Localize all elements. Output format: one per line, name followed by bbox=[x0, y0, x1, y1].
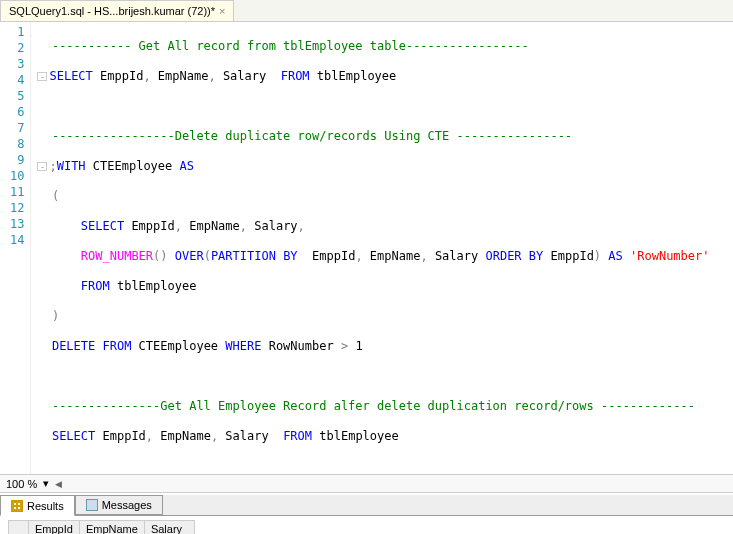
code-comment: ---------------Get All Employee Record a… bbox=[52, 399, 695, 413]
line-gutter: 1234567891011121314 bbox=[0, 22, 31, 474]
tab-results[interactable]: Results bbox=[0, 495, 75, 516]
result-tab-bar: Results Messages bbox=[0, 495, 733, 516]
sql-editor[interactable]: 1234567891011121314 ----------- Get All … bbox=[0, 22, 733, 474]
file-tab-bar: SQLQuery1.sql - HS...brijesh.kumar (72))… bbox=[0, 0, 733, 22]
tab-messages[interactable]: Messages bbox=[75, 495, 163, 515]
code-comment: ----------- Get All record from tblEmplo… bbox=[52, 39, 529, 53]
messages-icon bbox=[86, 499, 98, 511]
result-grid-1[interactable]: EmppId EmpName Salary 11ithubcity100 21i… bbox=[8, 520, 195, 534]
code-area[interactable]: ----------- Get All record from tblEmplo… bbox=[31, 22, 733, 474]
results-area: EmppId EmpName Salary 11ithubcity100 21i… bbox=[0, 516, 733, 534]
close-icon[interactable]: × bbox=[219, 5, 225, 17]
nav-left-icon[interactable]: ◀ bbox=[55, 479, 62, 489]
dropdown-icon[interactable]: ▾ bbox=[43, 477, 49, 490]
zoom-bar: 100 % ▾ ◀ bbox=[0, 474, 733, 493]
zoom-value: 100 % bbox=[6, 478, 37, 490]
grid-icon bbox=[11, 500, 23, 512]
fold-icon[interactable]: - bbox=[37, 162, 47, 171]
fold-icon[interactable]: - bbox=[37, 72, 47, 81]
file-tab[interactable]: SQLQuery1.sql - HS...brijesh.kumar (72))… bbox=[0, 0, 234, 21]
code-comment: -----------------Delete duplicate row/re… bbox=[52, 129, 572, 143]
table-header-row: EmppId EmpName Salary bbox=[9, 521, 195, 535]
file-tab-title: SQLQuery1.sql - HS...brijesh.kumar (72))… bbox=[9, 5, 215, 17]
